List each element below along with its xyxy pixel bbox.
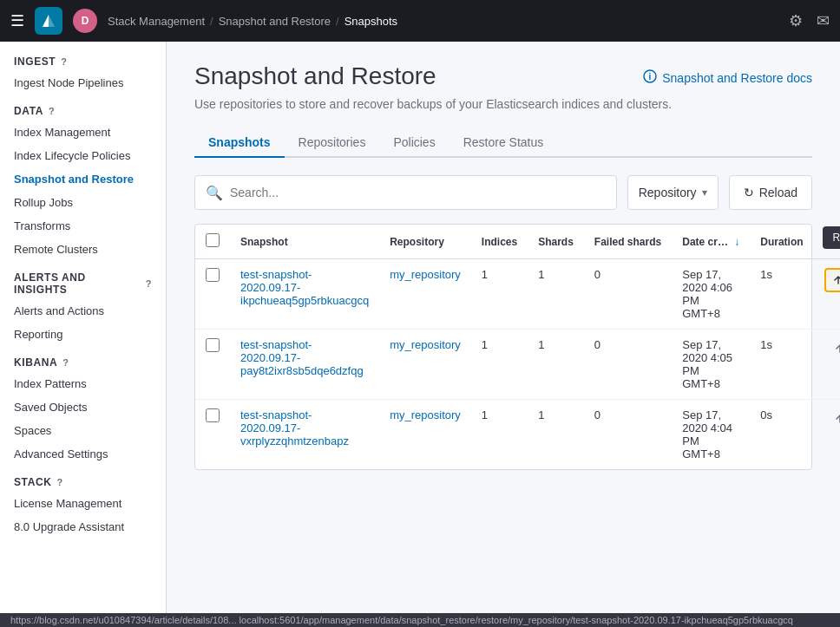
indices-cell: 1 (471, 330, 528, 400)
sidebar-section-alerts: Alerts and Insights ? Alerts and Actions… (0, 265, 166, 346)
mail-icon[interactable]: ✉ (817, 11, 830, 30)
actions-cell (814, 400, 840, 470)
sidebar-section-stack: Stack ? License Management 8.0 Upgrade A… (0, 469, 166, 539)
sidebar-item-reporting[interactable]: Reporting (0, 323, 166, 346)
sidebar-section-title-alerts: Alerts and Insights ? (0, 265, 166, 299)
sidebar-item-advanced-settings[interactable]: Advanced Settings (0, 442, 166, 466)
svg-marker-1 (43, 15, 49, 27)
duration-cell: 0s (750, 400, 813, 470)
sidebar-section-title-stack: Stack ? (0, 469, 166, 492)
sidebar-item-transforms[interactable]: Transforms (0, 214, 166, 238)
help-icon-stack[interactable]: ? (56, 477, 62, 487)
sidebar-item-rollup-jobs[interactable]: Rollup Jobs (0, 191, 166, 214)
reload-button[interactable]: ↻ Reload (729, 175, 812, 210)
row-checkbox-cell (195, 259, 230, 330)
main-content: Snapshot and Restore i Snapshot and Rest… (167, 42, 840, 613)
select-all-col (195, 225, 230, 259)
restore-button[interactable] (828, 338, 840, 359)
snapshot-link[interactable]: test-snapshot-2020.09.17-ikpchueaq5gp5rb… (240, 268, 369, 307)
snapshot-name-cell: test-snapshot-2020.09.17-vxrplyzzqhmtzen… (230, 400, 379, 470)
snapshots-table: Snapshot Repository Indices Shards Faile… (194, 224, 812, 470)
toolbar: 🔍 Repository ▾ ↻ Reload (194, 175, 812, 210)
sidebar-item-index-patterns[interactable]: Index Patterns (0, 372, 166, 395)
sidebar-item-snapshot-restore[interactable]: Snapshot and Restore (0, 167, 166, 191)
repository-cell: my_repository (379, 330, 471, 400)
docs-link[interactable]: i Snapshot and Restore docs (643, 69, 812, 86)
shards-cell: 1 (528, 259, 584, 330)
help-icon-kibana[interactable]: ? (62, 357, 69, 368)
sidebar-item-license-management[interactable]: License Management (0, 492, 166, 515)
topbar-icons: ⚙ ✉ (789, 11, 830, 30)
sidebar-item-ingest-node-pipelines[interactable]: Ingest Node Pipelines (0, 71, 166, 95)
sidebar-section-data: Data ? Index Management Index Lifecycle … (0, 98, 166, 261)
topbar: ☰ D Stack Management / Snapshot and Rest… (0, 0, 840, 42)
sidebar-item-saved-objects[interactable]: Saved Objects (0, 395, 166, 419)
actions-cell (814, 330, 840, 400)
repository-link[interactable]: my_repository (390, 268, 461, 281)
tab-restore-status[interactable]: Restore Status (450, 128, 558, 158)
row-checkbox-cell (195, 400, 230, 470)
tab-snapshots[interactable]: Snapshots (194, 128, 285, 158)
repository-filter[interactable]: Repository ▾ (627, 175, 719, 210)
snapshot-name-cell: test-snapshot-2020.09.17-ikpchueaq5gp5rb… (230, 259, 379, 330)
sidebar-item-remote-clusters[interactable]: Remote Clusters (0, 238, 166, 261)
col-indices: Indices (471, 225, 528, 259)
snapshot-link[interactable]: test-snapshot-2020.09.17-vxrplyzzqhmtzen… (240, 408, 349, 447)
sidebar-item-index-management[interactable]: Index Management (0, 121, 166, 144)
table-row: test-snapshot-2020.09.17-vxrplyzzqhmtzen… (195, 400, 840, 470)
shards-cell: 1 (528, 330, 584, 400)
date-cell: Sep 17, 2020 4:06 PM GMT+8 (672, 259, 750, 330)
sidebar-item-spaces[interactable]: Spaces (0, 419, 166, 442)
actions-group (824, 408, 840, 429)
table-row: test-snapshot-2020.09.17-pay8t2ixr8sb5dq… (195, 330, 840, 400)
sidebar-item-upgrade-assistant[interactable]: 8.0 Upgrade Assistant (0, 515, 166, 539)
page-title: Snapshot and Restore (194, 62, 436, 90)
indices-cell: 1 (471, 400, 528, 470)
restore-button[interactable] (828, 408, 840, 429)
user-badge[interactable]: D (73, 9, 97, 33)
row-checkbox[interactable] (206, 408, 220, 422)
actions-group (824, 338, 840, 359)
sort-desc-icon: ↓ (734, 236, 739, 248)
search-input[interactable] (230, 186, 606, 199)
help-icon-data[interactable]: ? (49, 106, 55, 116)
repository-cell: my_repository (379, 259, 471, 330)
row-checkbox[interactable] (206, 268, 220, 282)
sidebar-item-ilm[interactable]: Index Lifecycle Policies (0, 144, 166, 167)
date-cell: Sep 17, 2020 4:05 PM GMT+8 (672, 330, 750, 400)
sidebar-section-title-data: Data ? (0, 98, 166, 121)
col-date-created[interactable]: Date cr… ↓ (672, 225, 750, 259)
page-header: Snapshot and Restore i Snapshot and Rest… (194, 62, 812, 90)
actions-group: Restore (824, 268, 840, 292)
row-checkbox[interactable] (206, 338, 220, 352)
tab-policies[interactable]: Policies (379, 128, 449, 158)
failed-shards-cell: 0 (584, 259, 672, 330)
sidebar: Ingest ? Ingest Node Pipelines Data ? In… (0, 42, 167, 613)
repository-link[interactable]: my_repository (390, 338, 461, 351)
tab-repositories[interactable]: Repositories (285, 128, 380, 158)
gear-icon[interactable]: ⚙ (789, 11, 803, 30)
col-snapshot: Snapshot (230, 225, 379, 259)
sidebar-item-alerts-actions[interactable]: Alerts and Actions (0, 299, 166, 323)
repository-link[interactable]: my_repository (390, 408, 461, 421)
menu-icon[interactable]: ☰ (10, 11, 24, 30)
tabs: Snapshots Repositories Policies Restore … (194, 128, 812, 158)
select-all-checkbox[interactable] (206, 233, 220, 247)
sidebar-section-ingest: Ingest ? Ingest Node Pipelines (0, 49, 166, 95)
table: Snapshot Repository Indices Shards Faile… (195, 225, 840, 469)
snapshot-link[interactable]: test-snapshot-2020.09.17-pay8t2ixr8sb5dq… (240, 338, 364, 377)
breadcrumb-snapshot-restore[interactable]: Snapshot and Restore (219, 15, 331, 28)
sidebar-section-kibana: Kibana ? Index Patterns Saved Objects Sp… (0, 349, 166, 466)
search-box[interactable]: 🔍 (194, 175, 617, 210)
help-icon-alerts[interactable]: ? (146, 278, 152, 289)
help-icon[interactable]: ? (61, 56, 67, 67)
restore-tooltip: Restore (823, 226, 840, 249)
date-cell: Sep 17, 2020 4:04 PM GMT+8 (672, 400, 750, 470)
restore-button[interactable] (824, 268, 840, 292)
table-header-row: Snapshot Repository Indices Shards Faile… (195, 225, 840, 259)
reload-icon: ↻ (744, 186, 754, 199)
indices-cell: 1 (471, 259, 528, 330)
chevron-down-icon: ▾ (702, 186, 707, 199)
breadcrumb-stack-management[interactable]: Stack Management (108, 15, 205, 28)
breadcrumb: Stack Management / Snapshot and Restore … (108, 15, 778, 28)
